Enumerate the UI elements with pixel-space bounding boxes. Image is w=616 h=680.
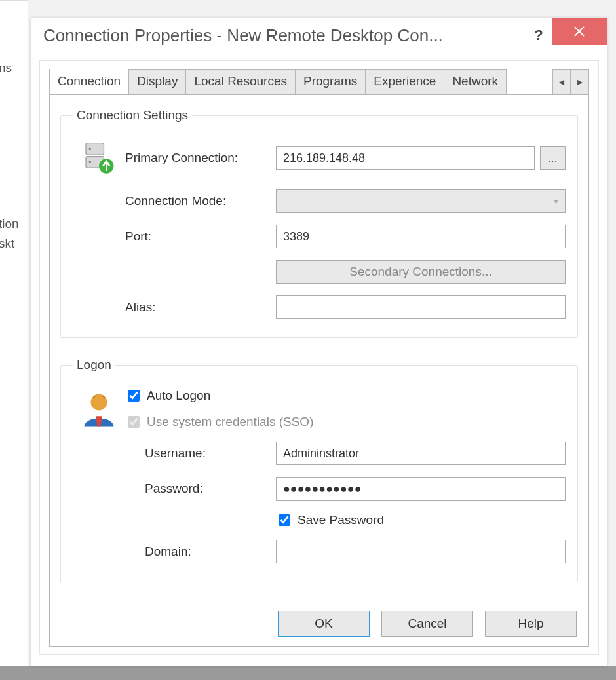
logon-group: Logon Auto Logon	[60, 358, 578, 582]
svg-point-5	[88, 161, 91, 163]
port-label: Port:	[125, 229, 276, 244]
titlebar: Connection Properties - New Remote Deskt…	[31, 18, 607, 52]
help-icon[interactable]: ?	[526, 27, 552, 44]
browse-button[interactable]: ...	[540, 146, 566, 170]
client-area: Connection Display Local Resources Progr…	[39, 60, 599, 655]
sso-input	[128, 416, 140, 428]
auto-logon-label: Auto Logon	[147, 388, 210, 403]
connection-settings-group: Connection Settings Primary Connection:	[60, 108, 578, 338]
save-password-checkbox[interactable]: Save Password	[276, 512, 384, 528]
logon-legend: Logon	[73, 358, 115, 372]
bg-text: skt	[0, 236, 14, 251]
svg-rect-2	[86, 143, 104, 155]
connection-mode-label: Connection Mode:	[125, 194, 276, 208]
alias-label: Alias:	[125, 300, 276, 314]
connection-properties-dialog: Connection Properties - New Remote Deskt…	[31, 18, 607, 666]
password-input[interactable]	[276, 477, 566, 501]
tab-experience[interactable]: Experience	[365, 69, 444, 95]
dialog-button-bar: OK Cancel Help	[278, 611, 577, 637]
sso-label: Use system credentials (SSO)	[147, 415, 313, 429]
svg-point-7	[91, 394, 107, 411]
cancel-button[interactable]: Cancel	[381, 611, 473, 637]
alias-input[interactable]	[276, 295, 566, 319]
tab-programs[interactable]: Programs	[295, 69, 366, 95]
domain-input[interactable]	[276, 540, 566, 563]
tab-display[interactable]: Display	[128, 69, 186, 95]
bg-text: ns	[0, 61, 12, 75]
auto-logon-input[interactable]	[128, 390, 140, 402]
tab-scroll-right[interactable]: ►	[571, 69, 589, 94]
bg-text: tion	[0, 217, 19, 231]
tabstrip: Connection Display Local Resources Progr…	[49, 69, 589, 95]
primary-connection-input[interactable]	[276, 146, 535, 170]
chevron-down-icon: ▾	[554, 196, 558, 206]
secondary-connections-button[interactable]: Secondary Connections...	[276, 260, 566, 284]
sso-checkbox: Use system credentials (SSO)	[125, 414, 313, 430]
close-icon	[573, 26, 585, 37]
password-label: Password:	[125, 482, 276, 496]
tab-scroll-left[interactable]: ◄	[552, 69, 571, 94]
user-icon	[79, 389, 119, 428]
auto-logon-checkbox[interactable]: Auto Logon	[125, 388, 210, 404]
tab-local-resources[interactable]: Local Resources	[185, 69, 296, 95]
help-button[interactable]: Help	[485, 611, 577, 637]
domain-label: Domain:	[125, 544, 276, 559]
primary-connection-label: Primary Connection:	[125, 151, 276, 165]
tab-connection[interactable]: Connection	[49, 69, 129, 94]
server-icon	[79, 138, 119, 178]
ok-button[interactable]: OK	[278, 611, 370, 637]
port-input[interactable]	[276, 225, 566, 248]
tab-page-connection: Connection Settings Primary Connection:	[49, 95, 589, 647]
svg-point-4	[88, 147, 91, 150]
tab-network[interactable]: Network	[444, 69, 507, 95]
window-title: Connection Properties - New Remote Deskt…	[43, 26, 526, 46]
username-input[interactable]	[276, 442, 566, 465]
tab-scroll: ◄ ►	[552, 69, 589, 94]
connection-settings-legend: Connection Settings	[73, 108, 192, 123]
background-shadow	[0, 666, 616, 680]
username-label: Username:	[125, 446, 276, 461]
connection-mode-select[interactable]: ▾	[276, 189, 566, 213]
background-panel: ns tion skt	[0, 0, 28, 668]
close-button[interactable]	[552, 18, 607, 45]
save-password-input[interactable]	[279, 514, 290, 526]
save-password-label: Save Password	[298, 513, 384, 527]
